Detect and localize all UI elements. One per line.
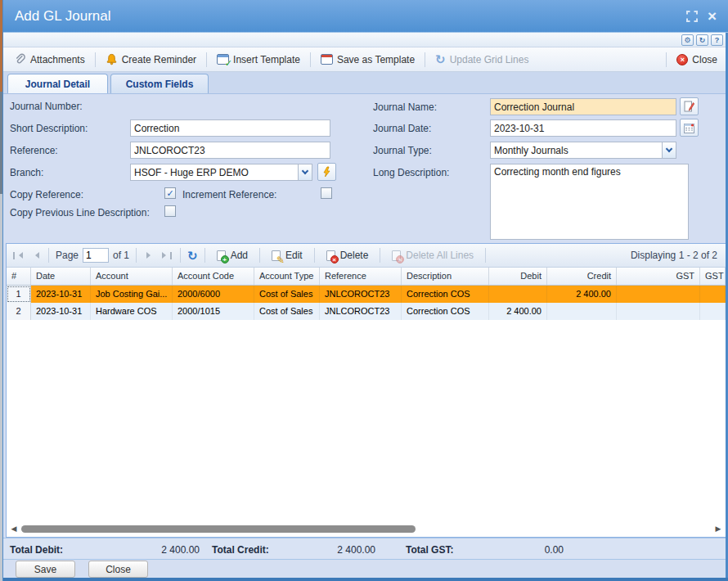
attachments-label: Attachments xyxy=(30,54,85,65)
column-header-account-type[interactable]: Account Type xyxy=(254,268,320,285)
cell-debit xyxy=(489,286,547,303)
scroll-left-arrow[interactable]: ◀ xyxy=(8,523,20,535)
tab-strip: Journal Detail Custom Fields xyxy=(3,72,728,93)
short-description-input[interactable] xyxy=(130,119,330,137)
next-page-icon xyxy=(146,252,154,259)
first-page-button[interactable] xyxy=(11,249,25,262)
cell-date: 2023-10-31 xyxy=(31,286,91,303)
cell-description: Correction COS xyxy=(402,286,489,303)
short-description-label: Short Description: xyxy=(10,123,88,134)
delete-all-lines-button: × Delete All Lines xyxy=(387,248,479,263)
column-header-debit[interactable]: Debit xyxy=(489,268,547,285)
titlebar: Add GL Journal × xyxy=(3,0,728,33)
close-window-button[interactable]: × xyxy=(708,11,717,22)
toolbar-close-button[interactable]: × Close xyxy=(672,52,721,68)
save-button[interactable]: Save xyxy=(16,561,75,578)
column-header-reference[interactable]: Reference xyxy=(320,268,402,285)
next-page-button[interactable] xyxy=(143,249,156,262)
lightning-icon xyxy=(322,166,331,178)
copy-previous-line-label: Copy Previous Line Description: xyxy=(10,207,150,218)
toolbar-separator xyxy=(310,52,311,67)
column-header-gst-amount[interactable]: GST A xyxy=(700,268,726,285)
attachments-button[interactable]: Attachments xyxy=(10,51,89,68)
journal-name-lookup-button[interactable] xyxy=(680,97,699,115)
help-icon: ? xyxy=(715,36,720,44)
table-row-selected[interactable]: 1 2023-10-31 Job Costing Gai... 2000/600… xyxy=(7,286,726,303)
tab-journal-detail-label: Journal Detail xyxy=(25,79,90,90)
copy-reference-checkbox[interactable]: ✓ xyxy=(164,187,176,199)
long-description-textarea[interactable]: Correcting month end figures xyxy=(490,164,689,240)
column-header-num[interactable]: # xyxy=(7,268,31,285)
document-icon xyxy=(684,101,694,112)
cell-gst-amount xyxy=(700,303,726,320)
journal-name-input[interactable] xyxy=(490,98,676,115)
window-tools-strip: ⚙ ↻ ? xyxy=(3,33,728,47)
reference-input[interactable] xyxy=(130,142,330,159)
maximize-button[interactable] xyxy=(686,11,698,22)
cell-reference: JNLCOROCT23 xyxy=(320,286,402,303)
tab-journal-detail[interactable]: Journal Detail xyxy=(7,74,108,93)
horizontal-scrollbar[interactable]: ◀ ▶ xyxy=(8,523,724,535)
update-grid-lines-button: ↻ Update Grid Lines xyxy=(431,52,533,68)
settings-button[interactable]: ⚙ xyxy=(681,34,694,46)
scrollbar-thumb[interactable] xyxy=(21,525,416,533)
calendar-icon xyxy=(684,123,694,133)
column-header-gst[interactable]: GST xyxy=(617,268,700,285)
gear-icon: ⚙ xyxy=(684,36,690,44)
delete-all-icon: × xyxy=(392,250,401,261)
journal-date-input[interactable] xyxy=(490,119,676,137)
last-page-button[interactable] xyxy=(160,249,173,262)
help-button[interactable]: ? xyxy=(711,34,723,46)
tab-custom-fields[interactable]: Custom Fields xyxy=(110,74,209,93)
update-grid-lines-icon: ↻ xyxy=(435,54,446,65)
column-header-date[interactable]: Date xyxy=(31,268,91,285)
branch-select[interactable]: HSOF - Huge ERP DEMO xyxy=(130,164,312,181)
refresh-button[interactable]: ↻ xyxy=(696,34,708,46)
journal-detail-form: Journal Number: Short Description: Refer… xyxy=(3,93,728,243)
cell-account-code: 2000/1015 xyxy=(173,303,254,320)
journal-type-dropdown-trigger[interactable] xyxy=(662,142,676,158)
insert-template-label: Insert Template xyxy=(233,54,300,65)
copy-previous-line-checkbox[interactable] xyxy=(164,205,176,217)
edit-line-button[interactable]: ✎ Edit xyxy=(267,248,308,263)
add-label: Add xyxy=(231,250,248,261)
delete-label: Delete xyxy=(340,250,369,261)
cell-account: Job Costing Gai... xyxy=(91,286,173,303)
increment-reference-checkbox[interactable] xyxy=(321,187,332,199)
cell-account-type: Cost of Sales xyxy=(254,303,320,320)
previous-page-button[interactable] xyxy=(29,249,42,262)
scroll-right-arrow[interactable]: ▶ xyxy=(712,523,724,535)
column-header-account[interactable]: Account xyxy=(91,268,173,285)
total-debit-value: 2 400.00 xyxy=(69,544,200,556)
save-as-template-label: Save as Template xyxy=(337,54,415,65)
add-line-button[interactable]: + Add xyxy=(212,248,253,263)
branch-dropdown-trigger[interactable] xyxy=(298,164,312,180)
footer-close-button[interactable]: Close xyxy=(88,561,148,578)
journal-date-picker-button[interactable] xyxy=(680,119,699,137)
toolbar-separator xyxy=(666,52,667,67)
page-of-label: of 1 xyxy=(113,250,129,261)
scrollbar-track[interactable] xyxy=(20,523,712,535)
insert-template-button[interactable]: ✓ Insert Template xyxy=(213,52,304,68)
copy-reference-label: Copy Reference: xyxy=(10,189,83,200)
column-header-description[interactable]: Description xyxy=(402,268,489,285)
cell-reference: JNLCOROCT23 xyxy=(320,303,402,320)
column-header-account-code[interactable]: Account Code xyxy=(173,268,254,285)
create-reminder-button[interactable]: Create Reminder xyxy=(101,51,200,68)
grid-refresh-button[interactable]: ↻ xyxy=(187,250,198,262)
save-as-template-button[interactable]: Save as Template xyxy=(317,52,419,68)
column-header-credit[interactable]: Credit xyxy=(547,268,617,285)
branch-lookup-button[interactable] xyxy=(317,163,336,181)
row-number: 2 xyxy=(7,303,31,320)
journal-type-select[interactable]: Monthly Journals xyxy=(490,142,676,159)
chevron-down-icon xyxy=(302,168,308,174)
table-row[interactable]: 2 2023-10-31 Hardware COS 2000/1015 Cost… xyxy=(7,303,726,320)
create-reminder-label: Create Reminder xyxy=(122,54,196,65)
save-label: Save xyxy=(34,564,56,575)
chevron-down-icon xyxy=(666,146,672,152)
toolbar-separator xyxy=(425,52,425,67)
page-number-input[interactable] xyxy=(83,248,109,263)
delete-line-button[interactable]: × Delete xyxy=(321,248,374,263)
totals-bar: Total Debit: 2 400.00 Total Credit: 2 40… xyxy=(3,538,728,560)
first-page-icon xyxy=(16,252,23,259)
